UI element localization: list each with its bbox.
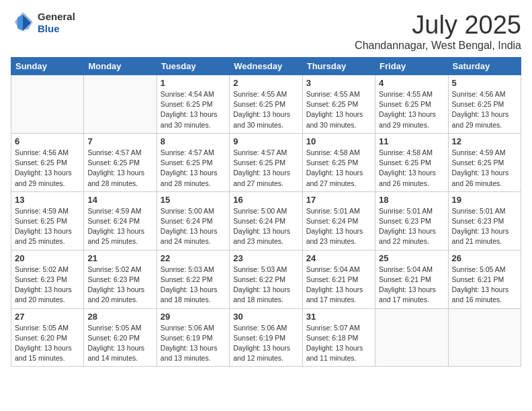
calendar-cell: 21Sunrise: 5:02 AMSunset: 6:23 PMDayligh…	[84, 250, 157, 308]
day-info: Sunrise: 4:54 AMSunset: 6:25 PMDaylight:…	[161, 89, 226, 130]
calendar-week-row: 6Sunrise: 4:56 AMSunset: 6:25 PMDaylight…	[11, 133, 521, 191]
daylight-text: Daylight: 13 hours and 26 minutes.	[379, 169, 436, 187]
daylight-text: Daylight: 13 hours and 30 minutes.	[161, 110, 218, 128]
calendar-cell	[11, 75, 84, 134]
day-info: Sunrise: 5:04 AMSunset: 6:21 PMDaylight:…	[379, 265, 444, 306]
day-info: Sunrise: 5:07 AMSunset: 6:18 PMDaylight:…	[306, 323, 371, 364]
day-info: Sunrise: 4:57 AMSunset: 6:25 PMDaylight:…	[161, 148, 226, 189]
daylight-text: Daylight: 13 hours and 23 minutes.	[306, 227, 363, 245]
calendar-cell: 23Sunrise: 5:03 AMSunset: 6:22 PMDayligh…	[230, 250, 302, 308]
sunset-text: Sunset: 6:20 PM	[87, 334, 140, 342]
daylight-text: Daylight: 13 hours and 15 minutes.	[15, 344, 72, 362]
weekday-header: Sunday	[11, 58, 84, 75]
day-info: Sunrise: 5:01 AMSunset: 6:24 PMDaylight:…	[306, 206, 371, 247]
daylight-text: Daylight: 13 hours and 20 minutes.	[87, 285, 144, 304]
day-info: Sunrise: 5:05 AMSunset: 6:20 PMDaylight:…	[87, 323, 152, 364]
day-info: Sunrise: 4:59 AMSunset: 6:25 PMDaylight:…	[452, 148, 517, 189]
day-number: 23	[233, 253, 298, 263]
day-number: 6	[15, 136, 80, 146]
day-number: 25	[379, 253, 444, 263]
sunset-text: Sunset: 6:25 PM	[306, 100, 359, 108]
calendar-cell: 9Sunrise: 4:57 AMSunset: 6:25 PMDaylight…	[230, 133, 302, 191]
sunrise-text: Sunrise: 4:56 AM	[15, 148, 69, 156]
day-number: 26	[452, 253, 517, 263]
calendar-cell: 8Sunrise: 4:57 AMSunset: 6:25 PMDaylight…	[157, 133, 229, 191]
sunrise-text: Sunrise: 4:54 AM	[161, 90, 214, 98]
day-number: 30	[233, 312, 298, 322]
calendar-cell: 24Sunrise: 5:04 AMSunset: 6:21 PMDayligh…	[302, 250, 375, 308]
sunrise-text: Sunrise: 5:02 AM	[15, 265, 69, 273]
daylight-text: Daylight: 13 hours and 25 minutes.	[87, 227, 144, 245]
calendar-cell	[448, 308, 521, 367]
sunset-text: Sunset: 6:25 PM	[15, 217, 67, 225]
day-info: Sunrise: 4:56 AMSunset: 6:25 PMDaylight:…	[452, 89, 517, 130]
month-title: July 2025	[355, 11, 521, 40]
sunrise-text: Sunrise: 5:03 AM	[233, 265, 287, 273]
daylight-text: Daylight: 13 hours and 28 minutes.	[161, 169, 218, 187]
sunrise-text: Sunrise: 4:58 AM	[306, 148, 360, 156]
daylight-text: Daylight: 13 hours and 30 minutes.	[306, 110, 363, 128]
sunset-text: Sunset: 6:24 PM	[161, 217, 213, 225]
sunrise-text: Sunrise: 5:05 AM	[452, 265, 506, 273]
location: Chandannagar, West Bengal, India	[355, 40, 521, 52]
day-info: Sunrise: 4:58 AMSunset: 6:25 PMDaylight:…	[306, 148, 371, 189]
day-info: Sunrise: 4:58 AMSunset: 6:25 PMDaylight:…	[379, 148, 444, 189]
calendar-cell	[375, 308, 448, 367]
calendar-cell: 12Sunrise: 4:59 AMSunset: 6:25 PMDayligh…	[448, 133, 521, 191]
sunrise-text: Sunrise: 5:01 AM	[452, 207, 506, 215]
day-info: Sunrise: 5:03 AMSunset: 6:22 PMDaylight:…	[161, 265, 226, 306]
daylight-text: Daylight: 13 hours and 28 minutes.	[87, 169, 144, 187]
calendar-cell: 18Sunrise: 5:01 AMSunset: 6:23 PMDayligh…	[375, 191, 448, 250]
day-number: 16	[233, 195, 298, 205]
calendar-cell: 15Sunrise: 5:00 AMSunset: 6:24 PMDayligh…	[157, 191, 229, 250]
sunrise-text: Sunrise: 5:05 AM	[87, 324, 141, 332]
sunrise-text: Sunrise: 5:04 AM	[379, 265, 433, 273]
sunrise-text: Sunrise: 4:57 AM	[161, 148, 214, 156]
sunset-text: Sunset: 6:21 PM	[306, 275, 359, 283]
logo: General Blue	[11, 11, 75, 35]
sunrise-text: Sunrise: 4:59 AM	[452, 148, 506, 156]
day-info: Sunrise: 4:59 AMSunset: 6:24 PMDaylight:…	[87, 206, 152, 247]
day-info: Sunrise: 5:02 AMSunset: 6:23 PMDaylight:…	[87, 265, 152, 306]
daylight-text: Daylight: 13 hours and 12 minutes.	[233, 344, 290, 362]
day-info: Sunrise: 5:00 AMSunset: 6:24 PMDaylight:…	[233, 206, 298, 247]
day-number: 1	[161, 78, 226, 88]
calendar-cell: 29Sunrise: 5:06 AMSunset: 6:19 PMDayligh…	[157, 308, 229, 367]
sunrise-text: Sunrise: 4:55 AM	[306, 90, 360, 98]
sunset-text: Sunset: 6:20 PM	[15, 334, 67, 342]
sunset-text: Sunset: 6:24 PM	[306, 217, 359, 225]
sunrise-text: Sunrise: 5:03 AM	[161, 265, 214, 273]
logo-general: General	[38, 11, 75, 22]
sunset-text: Sunset: 6:21 PM	[379, 275, 431, 283]
calendar-cell: 6Sunrise: 4:56 AMSunset: 6:25 PMDaylight…	[11, 133, 84, 191]
calendar-cell: 16Sunrise: 5:00 AMSunset: 6:24 PMDayligh…	[230, 191, 302, 250]
sunrise-text: Sunrise: 4:56 AM	[452, 90, 506, 98]
day-number: 27	[15, 312, 80, 322]
sunset-text: Sunset: 6:25 PM	[379, 158, 431, 167]
sunset-text: Sunset: 6:23 PM	[15, 275, 67, 283]
day-number: 29	[161, 312, 226, 322]
sunset-text: Sunset: 6:25 PM	[452, 158, 504, 167]
calendar-cell: 22Sunrise: 5:03 AMSunset: 6:22 PMDayligh…	[157, 250, 229, 308]
daylight-text: Daylight: 13 hours and 27 minutes.	[233, 169, 290, 187]
day-number: 3	[306, 78, 371, 88]
day-info: Sunrise: 5:06 AMSunset: 6:19 PMDaylight:…	[161, 323, 226, 364]
day-number: 8	[161, 136, 226, 146]
daylight-text: Daylight: 13 hours and 21 minutes.	[452, 227, 509, 245]
sunrise-text: Sunrise: 5:07 AM	[306, 324, 360, 332]
weekday-header: Tuesday	[157, 58, 229, 75]
sunset-text: Sunset: 6:24 PM	[87, 217, 140, 225]
day-number: 11	[379, 136, 444, 146]
day-number: 4	[379, 78, 444, 88]
day-number: 15	[161, 195, 226, 205]
day-info: Sunrise: 5:02 AMSunset: 6:23 PMDaylight:…	[15, 265, 80, 306]
calendar-cell: 5Sunrise: 4:56 AMSunset: 6:25 PMDaylight…	[448, 75, 521, 134]
sunrise-text: Sunrise: 5:06 AM	[233, 324, 287, 332]
sunrise-text: Sunrise: 5:00 AM	[233, 207, 287, 215]
calendar-cell: 30Sunrise: 5:06 AMSunset: 6:19 PMDayligh…	[230, 308, 302, 367]
daylight-text: Daylight: 13 hours and 22 minutes.	[379, 227, 436, 245]
day-number: 2	[233, 78, 298, 88]
calendar-cell: 17Sunrise: 5:01 AMSunset: 6:24 PMDayligh…	[302, 191, 375, 250]
calendar-cell: 11Sunrise: 4:58 AMSunset: 6:25 PMDayligh…	[375, 133, 448, 191]
sunset-text: Sunset: 6:18 PM	[306, 334, 359, 342]
